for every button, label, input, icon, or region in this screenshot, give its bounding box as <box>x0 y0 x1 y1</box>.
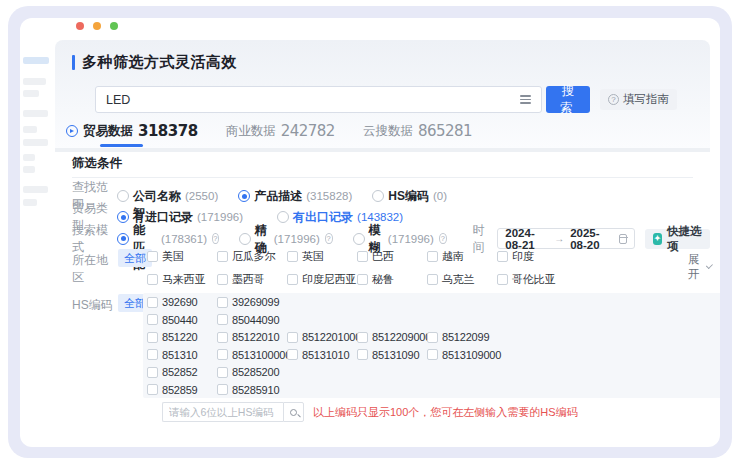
hs-code-input[interactable] <box>162 402 283 422</box>
tab-label: 商业数据 <box>226 123 276 140</box>
info-icon[interactable]: ? <box>439 233 447 244</box>
filter-list-icon[interactable] <box>520 95 531 104</box>
hs-code-checkbox[interactable]: 852852 <box>147 365 217 379</box>
hs-code-checkbox[interactable]: 85285910 <box>217 383 287 397</box>
checkbox-icon <box>147 274 158 285</box>
hs-code-checkbox[interactable]: 8513100000 <box>217 348 287 362</box>
info-icon[interactable]: ? <box>325 233 333 244</box>
region-checkbox[interactable]: 印度 <box>497 249 567 263</box>
expand-regions-button[interactable]: 展开 <box>688 252 710 282</box>
region-checkbox[interactable]: 越南 <box>427 249 497 263</box>
hs-code-checkbox[interactable]: 85044090 <box>217 313 287 327</box>
radio-icon <box>353 233 365 245</box>
checkbox-icon <box>497 251 508 262</box>
checkbox-icon <box>287 349 298 360</box>
checkbox-icon <box>427 349 438 360</box>
hs-code-notice: 以上编码只显示100个，您可在左侧输入需要的HS编码 <box>313 405 578 420</box>
region-checkbox[interactable]: 乌克兰 <box>427 272 497 286</box>
radio-company-name[interactable]: 公司名称 (2550) <box>117 188 218 205</box>
sidebar-skeleton-bar <box>23 199 37 206</box>
hs-code-checkbox[interactable]: 850440 <box>147 313 217 327</box>
hs-code-checkbox[interactable]: 85131090 <box>357 348 427 362</box>
checkbox-icon <box>147 349 158 360</box>
tab-business-data[interactable]: 商业数据 242782 <box>226 122 335 140</box>
quick-options-label: 快捷选项 <box>667 224 702 254</box>
hs-code-input-row: 以上编码只显示100个，您可在左侧输入需要的HS编码 <box>162 402 578 422</box>
tab-count: 242782 <box>281 122 335 140</box>
tab-trade-data[interactable]: 贸易数据 318378 <box>66 122 198 140</box>
hs-code-checkbox[interactable]: 85285200 <box>217 365 287 379</box>
row-label-region: 所在地区 <box>72 252 117 286</box>
hs-code-checkbox[interactable]: 85122010 <box>217 330 287 344</box>
radio-icon <box>117 190 129 202</box>
region-checkbox[interactable]: 墨西哥 <box>217 272 287 286</box>
checkbox-icon <box>217 332 228 343</box>
info-icon[interactable]: ? <box>212 233 219 244</box>
tab-cloud-search-data[interactable]: 云搜数据 865281 <box>363 122 472 140</box>
keyword-search-field[interactable] <box>95 86 542 113</box>
region-checkbox[interactable]: 秘鲁 <box>357 272 427 286</box>
checkbox-icon <box>357 349 368 360</box>
keyword-search-input[interactable] <box>106 93 520 107</box>
checkbox-icon <box>217 349 228 360</box>
region-checkbox[interactable]: 厄瓜多尔 <box>217 249 287 263</box>
minimize-window-icon[interactable] <box>93 22 101 30</box>
hs-code-checkbox[interactable]: 8513109000 <box>427 348 497 362</box>
checkbox-icon <box>287 332 298 343</box>
hs-code-checkbox[interactable]: 8512209000 <box>357 330 427 344</box>
region-checkbox[interactable]: 英国 <box>287 249 357 263</box>
sidebar-skeleton-bar <box>23 139 48 146</box>
checkbox-icon <box>217 384 228 395</box>
help-circle-icon: ? <box>608 94 619 105</box>
active-tab-underline <box>100 144 143 147</box>
maximize-window-icon[interactable] <box>110 22 118 30</box>
filter-row-scope: 查找范围 公司名称 (2550) 产品描述 (315828) HS编码 <box>72 188 467 204</box>
row-label: 搜索模式 <box>72 222 117 256</box>
filter-row-search-mode: 搜索模式 智能匹配 (178361) ? 精确 (171996) ? <box>72 228 710 249</box>
tab-count: 318378 <box>138 122 198 140</box>
trade-data-icon <box>66 125 78 137</box>
checkbox-icon <box>217 297 228 308</box>
tab-count: 865281 <box>418 122 472 140</box>
radio-icon-selected <box>238 190 250 202</box>
hs-code-checkbox[interactable]: 851220 <box>147 330 217 344</box>
region-checkbox[interactable]: 巴西 <box>357 249 427 263</box>
radio-product-description[interactable]: 产品描述 (315828) <box>238 188 352 205</box>
checkbox-icon <box>147 314 158 325</box>
hs-code-checkbox[interactable]: 392690 <box>147 295 217 309</box>
region-checkbox[interactable]: 印度尼西亚 <box>287 272 357 286</box>
region-checkbox[interactable]: 美国 <box>147 249 217 263</box>
quick-options-button[interactable]: ✦ 快捷选项 <box>645 229 710 249</box>
quick-options-icon: ✦ <box>653 233 662 245</box>
region-checkbox[interactable]: 哥伦比亚 <box>497 272 567 286</box>
section-divider <box>72 177 693 178</box>
hs-code-checkbox[interactable]: 851310 <box>147 348 217 362</box>
hs-code-checkbox[interactable]: 39269099 <box>217 295 287 309</box>
page-title: 多种筛选方式灵活高效 <box>82 53 237 72</box>
hs-code-checkbox[interactable]: 852859 <box>147 383 217 397</box>
sidebar-skeleton-bar <box>23 57 49 64</box>
checkbox-icon <box>147 367 158 378</box>
radio-icon <box>239 233 251 245</box>
checkbox-icon <box>217 274 228 285</box>
checkbox-icon <box>147 384 158 395</box>
radio-icon <box>372 190 384 202</box>
region-checkbox-grid: 美国 厄瓜多尔 英国 巴西 越南 印度 马来西亚 墨西哥 印度尼西亚 秘鲁 乌克… <box>147 249 567 286</box>
close-window-icon[interactable] <box>76 22 84 30</box>
checkbox-icon <box>217 251 228 262</box>
hs-code-search-button[interactable] <box>283 402 304 422</box>
sidebar-skeleton-bar <box>23 110 48 117</box>
date-range-picker[interactable]: 2024-08-21 → 2025-08-20 <box>497 228 635 249</box>
region-checkbox[interactable]: 马来西亚 <box>147 272 217 286</box>
title-accent-bar <box>72 55 75 70</box>
radio-icon-selected <box>117 233 129 245</box>
hs-code-checkbox[interactable]: 8512201000 <box>287 330 357 344</box>
search-button[interactable]: 搜 索 <box>546 86 590 113</box>
hs-code-checkbox[interactable]: 85122099 <box>427 330 497 344</box>
hs-code-checkbox[interactable]: 85131010 <box>287 348 357 362</box>
tab-label: 贸易数据 <box>83 123 133 140</box>
fill-guide-button[interactable]: ? 填写指南 <box>600 89 677 110</box>
radio-hs-code[interactable]: HS编码 (0) <box>372 188 447 205</box>
sidebar-skeleton-bar <box>23 166 35 173</box>
sidebar-skeleton-bar <box>23 126 37 133</box>
